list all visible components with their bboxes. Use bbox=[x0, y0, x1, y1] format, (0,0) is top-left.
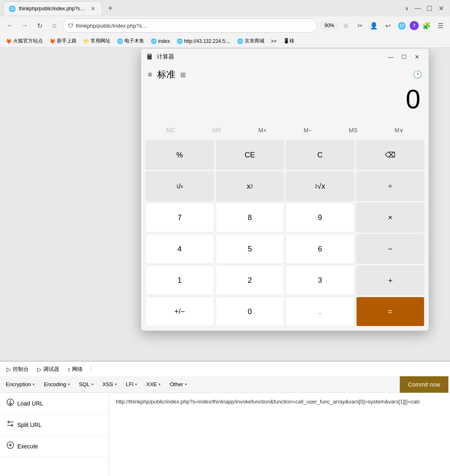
calc-reciprocal-button[interactable]: 1/x bbox=[145, 171, 214, 201]
url-display[interactable]: http://thinkphp/public/index.php?s=index… bbox=[116, 398, 443, 422]
calculator-maximize-button[interactable]: ☐ bbox=[397, 50, 410, 63]
sql-dropdown-icon: ▾ bbox=[91, 382, 93, 387]
commit-now-button[interactable]: Commit now bbox=[400, 376, 448, 393]
network-icon: ↕ bbox=[68, 366, 70, 373]
calc-multiply-button[interactable]: × bbox=[356, 203, 425, 232]
calculator-result: 0 bbox=[406, 84, 420, 115]
tab-list-button[interactable]: ∨ bbox=[401, 3, 412, 13]
calc-7-button[interactable]: 7 bbox=[145, 203, 214, 232]
bookmark-ip[interactable]: 🌐 http://43.132.224.5:... bbox=[174, 38, 233, 45]
memory-view-button[interactable]: M∨ bbox=[389, 124, 408, 136]
calculator-header: ≡ 标准 ⊞ 🕐 bbox=[141, 65, 429, 84]
calc-5-button[interactable]: 5 bbox=[216, 234, 284, 264]
tab-close-button[interactable]: ✕ bbox=[89, 5, 97, 12]
bookmarks-more[interactable]: >> bbox=[268, 38, 279, 45]
bookmark-icon: 🌐 bbox=[237, 38, 243, 44]
calc-ce-button[interactable]: CE bbox=[216, 140, 284, 170]
calc-negate-button[interactable]: +/− bbox=[145, 297, 214, 326]
reload-button[interactable]: ↻ bbox=[33, 19, 46, 32]
forward-button[interactable]: → bbox=[18, 19, 31, 32]
bookmark-changyongwangzhi[interactable]: 📁 常用网址 bbox=[81, 37, 113, 45]
encoding-tab[interactable]: Encoding ▾ bbox=[40, 380, 74, 389]
calc-9-button[interactable]: 9 bbox=[286, 203, 354, 232]
history-back-icon[interactable]: ↩ bbox=[382, 19, 394, 32]
execute-label: Execute bbox=[17, 443, 38, 450]
globe-icon[interactable]: 🌐 bbox=[396, 19, 408, 32]
execute-button[interactable]: Execute bbox=[0, 436, 109, 457]
address-input[interactable]: 🛡 thinkphp/public/index.php?s… bbox=[63, 19, 317, 33]
lfi-dropdown-icon: ▾ bbox=[135, 382, 137, 387]
bookmark-star-icon[interactable]: ☆ bbox=[340, 19, 352, 32]
home-button[interactable]: ⌂ bbox=[48, 19, 61, 32]
calc-c-button[interactable]: C bbox=[286, 140, 354, 170]
address-bar-row: ← → ↻ ⌂ 🛡 thinkphp/public/index.php?s… 9… bbox=[0, 16, 450, 35]
calc-square-button[interactable]: x2 bbox=[216, 171, 284, 201]
calculator-close-button[interactable]: ✕ bbox=[410, 50, 424, 63]
bookmark-huohuo[interactable]: 🦊 火狐官方站点 bbox=[3, 37, 45, 45]
load-url-button[interactable]: Load URL bbox=[0, 393, 109, 414]
bookmark-jd[interactable]: 🌐 京东商城 bbox=[235, 37, 267, 45]
bookmark-dianzimuge[interactable]: 🌐 电子木鱼 bbox=[114, 37, 147, 45]
calculator-menu-icon[interactable]: ≡ bbox=[148, 70, 152, 79]
bookmark-xinshoushanlu[interactable]: 🦊 新手上路 bbox=[47, 37, 79, 45]
calculator-app-icon: 🖩 bbox=[146, 53, 154, 61]
dev-tab-network[interactable]: ↕ 网络 bbox=[64, 364, 86, 375]
calc-2-button[interactable]: 2 bbox=[216, 265, 284, 295]
calc-decimal-button[interactable]: . bbox=[286, 297, 354, 326]
screenshot-icon[interactable]: ✂ bbox=[354, 19, 366, 32]
calculator-keep-icon[interactable]: ⊞ bbox=[180, 71, 186, 79]
encoding-label: Encoding bbox=[44, 381, 66, 387]
calc-percent-button[interactable]: % bbox=[145, 140, 214, 170]
calc-subtract-button[interactable]: − bbox=[356, 234, 425, 264]
bookmark-mobile[interactable]: 📱移 bbox=[281, 37, 297, 45]
xxe-label: XXE bbox=[146, 381, 157, 387]
other-dropdown-icon: ▾ bbox=[185, 382, 187, 387]
browser-tab[interactable]: 🌐 thinkphp/public/index.php?s=in… ✕ bbox=[3, 1, 102, 15]
firefox-profile-icon[interactable]: 7 bbox=[410, 21, 419, 30]
xss-dropdown-icon: ▾ bbox=[115, 382, 117, 387]
calc-8-button[interactable]: 8 bbox=[216, 203, 284, 232]
split-url-button[interactable]: Split URL bbox=[0, 414, 109, 436]
calc-6-button[interactable]: 6 bbox=[286, 234, 354, 264]
window-close-button[interactable]: ✕ bbox=[435, 2, 447, 14]
sql-tab[interactable]: SQL ▾ bbox=[75, 380, 98, 389]
memory-add-button[interactable]: M+ bbox=[254, 124, 272, 136]
calc-3-button[interactable]: 3 bbox=[286, 265, 354, 295]
extensions-icon[interactable]: 🧩 bbox=[420, 19, 433, 32]
zoom-level[interactable]: 90% bbox=[321, 21, 338, 30]
memory-store-button[interactable]: MS bbox=[344, 124, 362, 136]
lfi-label: LFI bbox=[126, 381, 134, 387]
calc-equals-button[interactable]: = bbox=[356, 297, 425, 326]
encoding-dropdown-icon: ▾ bbox=[68, 382, 70, 387]
encryption-tab[interactable]: Encryption ▾ bbox=[2, 380, 39, 389]
lfi-tab[interactable]: LFI ▾ bbox=[122, 380, 142, 389]
bookmark-index[interactable]: 🌐 index bbox=[148, 38, 173, 45]
calculator-history-icon[interactable]: 🕐 bbox=[413, 70, 422, 79]
xss-tab[interactable]: XSS ▾ bbox=[98, 380, 121, 389]
memory-recall-button[interactable]: MR bbox=[208, 124, 226, 136]
security-icon: 🛡 bbox=[68, 23, 73, 29]
calc-add-button[interactable]: ＋ bbox=[356, 265, 425, 295]
calculator-minimize-button[interactable]: — bbox=[384, 50, 397, 63]
xxe-tab[interactable]: XXE ▾ bbox=[142, 380, 165, 389]
dev-tab-console[interactable]: ▷ 控制台 bbox=[3, 364, 32, 375]
memory-subtract-button[interactable]: M− bbox=[298, 124, 317, 136]
menu-icon[interactable]: ☰ bbox=[434, 19, 447, 32]
new-tab-button[interactable]: + bbox=[104, 2, 117, 15]
back-button[interactable]: ← bbox=[3, 19, 16, 32]
calc-backspace-button[interactable]: ⌫ bbox=[356, 140, 425, 170]
calc-divide-button[interactable]: ÷ bbox=[356, 171, 425, 201]
window-minimize-button[interactable]: — bbox=[412, 2, 424, 14]
user-icon[interactable]: 👤 bbox=[368, 19, 380, 32]
calc-0-button[interactable]: 0 bbox=[216, 297, 284, 326]
memory-clear-button[interactable]: MC bbox=[161, 124, 180, 136]
calc-1-button[interactable]: 1 bbox=[145, 265, 214, 295]
bookmark-icon: 🦊 bbox=[49, 38, 56, 44]
calc-4-button[interactable]: 4 bbox=[145, 234, 214, 264]
window-maximize-button[interactable]: ☐ bbox=[424, 2, 435, 14]
bookmark-icon: 🦊 bbox=[6, 38, 12, 44]
other-tab[interactable]: Other ▾ bbox=[166, 380, 191, 389]
bookmark-icon: 🌐 bbox=[177, 38, 183, 44]
calc-sqrt-button[interactable]: 2√x bbox=[286, 171, 354, 201]
dev-tab-debugger[interactable]: ▷ 调试器 bbox=[34, 364, 63, 375]
